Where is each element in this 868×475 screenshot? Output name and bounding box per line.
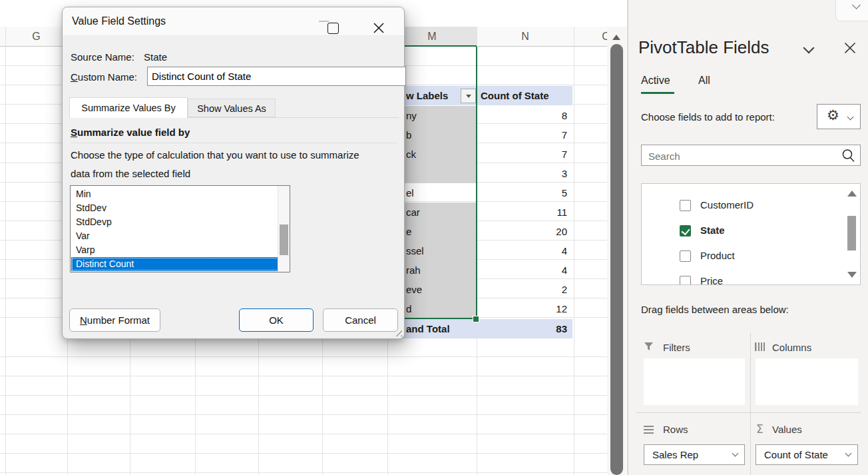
dialog-title: Value Field Settings (72, 7, 166, 35)
pivot-value-cell: 2 (477, 280, 572, 299)
field-item-state[interactable]: State (642, 219, 841, 244)
scrollbar-thumb[interactable] (610, 44, 623, 475)
field-item-customerid[interactable]: CustomerID (642, 193, 841, 219)
cancel-button[interactable]: Cancel (323, 308, 398, 332)
rows-field-pill[interactable]: Sales Rep (644, 444, 745, 465)
field-label: Product (700, 250, 735, 261)
list-option[interactable]: StdDev (71, 201, 279, 215)
summarize-heading: Summarize value field by (71, 127, 190, 138)
field-label: Price (700, 275, 723, 285)
number-format-button[interactable]: Number Format (69, 308, 160, 332)
pivot-value-cell: 4 (477, 260, 572, 280)
pivot-row-label: ny (406, 106, 473, 125)
checkbox-unchecked[interactable] (680, 276, 691, 285)
pivot-row-label: e (406, 222, 473, 241)
search-icon (841, 149, 855, 163)
list-scroll-down-icon[interactable] (847, 272, 857, 278)
pivot-value-cell: 12 (477, 299, 572, 318)
search-input[interactable] (647, 147, 829, 165)
tab-all[interactable]: All (698, 75, 710, 87)
chevron-down-icon (847, 114, 854, 121)
pivot-row-label: el (406, 183, 473, 203)
filters-area-label: Filters (663, 342, 690, 353)
field-label: CustomerID (700, 199, 754, 211)
pivot-value-cell: 20 (477, 222, 572, 241)
list-scrollbar-thumb[interactable] (847, 216, 856, 250)
row-labels-filter-button[interactable] (461, 89, 476, 103)
pivot-value-cell: 3 (477, 164, 572, 183)
list-option[interactable]: Var (71, 229, 279, 243)
sheet-scrollbar[interactable] (607, 0, 628, 475)
drag-fields-label: Drag fields between areas below: (641, 304, 789, 315)
pane-close-icon[interactable] (844, 42, 856, 54)
pivottable-fields-pane: PivotTable Fields Active All Choose fiel… (628, 0, 868, 475)
separator (71, 143, 397, 143)
calculation-type-listbox[interactable]: Min StdDev StdDevp Var Varp Distinct Cou… (70, 185, 290, 272)
rows-field-name: Sales Rep (652, 445, 698, 464)
pivot-value-cell: 7 (477, 125, 572, 145)
pane-title: PivotTable Fields (638, 37, 769, 58)
chevron-down-icon (732, 450, 739, 457)
custom-name-input[interactable] (147, 67, 406, 86)
excel-window: M G N C w Labels Count of State ny b ck … (0, 0, 868, 475)
tab-active[interactable]: Active (641, 75, 670, 87)
column-header-n[interactable]: N (477, 27, 574, 46)
minimize-icon[interactable] (319, 21, 329, 22)
list-option[interactable]: Min (71, 187, 279, 201)
pivot-row-label: ssel (406, 241, 473, 260)
filter-dropdown-icon (466, 95, 471, 98)
active-tab-underline (641, 92, 674, 94)
fill-handle[interactable] (473, 316, 479, 322)
values-field-pill[interactable]: Count of State (756, 444, 858, 465)
list-option[interactable]: StdDevp (71, 215, 279, 229)
column-header-c[interactable]: C (574, 27, 607, 46)
ribbon-collapse-button[interactable] (835, 0, 868, 21)
ok-button[interactable]: OK (239, 308, 314, 332)
pivot-values-column[interactable]: 8 7 7 3 5 11 20 4 4 2 12 (477, 106, 572, 319)
value-field-settings-dialog: Value Field Settings Source Name: State … (62, 7, 405, 339)
maximize-icon[interactable] (327, 23, 339, 34)
pane-options-chevron-icon[interactable] (803, 43, 815, 54)
field-item-price[interactable]: Price (642, 269, 841, 285)
columns-area-label: Columns (772, 342, 811, 353)
pivot-grand-total-row[interactable]: and Total 83 (387, 319, 572, 338)
listbox-scrollbar-thumb[interactable] (280, 225, 288, 255)
sigma-icon: Σ (756, 422, 763, 436)
close-icon[interactable] (373, 22, 385, 34)
list-option[interactable]: Varp (71, 243, 279, 257)
column-header-g[interactable]: G (5, 27, 67, 46)
list-scroll-up-icon[interactable] (847, 191, 857, 197)
dialog-titlebar[interactable]: Value Field Settings (63, 7, 404, 36)
checkbox-unchecked[interactable] (680, 250, 691, 262)
checkbox-unchecked[interactable] (680, 200, 691, 211)
rows-icon (644, 426, 654, 434)
pivot-header-row[interactable]: w Labels Count of State (387, 86, 572, 105)
pivot-row-label: ck (406, 145, 473, 164)
field-list[interactable]: CustomerID State Product Price (641, 183, 861, 285)
checkbox-checked[interactable] (680, 225, 691, 237)
selection-border (476, 47, 477, 319)
search-box[interactable] (641, 145, 861, 166)
list-option-selected[interactable]: Distinct Count (71, 257, 279, 271)
scroll-up-icon[interactable] (612, 35, 620, 40)
listbox-scrollbar[interactable] (278, 186, 290, 272)
gridline (574, 27, 574, 475)
field-item-product[interactable]: Product (642, 244, 841, 269)
description-line2: data from the selected field (71, 168, 190, 179)
pivot-value-cell: 7 (477, 145, 572, 164)
pivot-value-cell: 8 (477, 106, 572, 125)
pivot-value-cell: 5 (477, 183, 572, 203)
pivot-row-label: car (406, 203, 473, 222)
tools-button[interactable]: ⚙ (817, 104, 861, 129)
tab-summarize-values-by[interactable]: Summarize Values By (69, 97, 188, 118)
pivot-row-label: rah (406, 260, 473, 280)
gridline (5, 27, 6, 475)
tab-show-values-as[interactable]: Show Values As (188, 99, 276, 117)
choose-fields-label: Choose fields to add to report: (641, 111, 775, 123)
rows-area-label: Rows (663, 424, 688, 435)
columns-drop-zone[interactable] (756, 358, 858, 405)
custom-name-label: Custom Name: (71, 71, 137, 83)
filters-drop-zone[interactable] (644, 358, 745, 405)
pivot-row-labels[interactable]: ny b ck el car e ssel rah eve d (406, 106, 473, 319)
pivot-row-label (406, 164, 473, 183)
